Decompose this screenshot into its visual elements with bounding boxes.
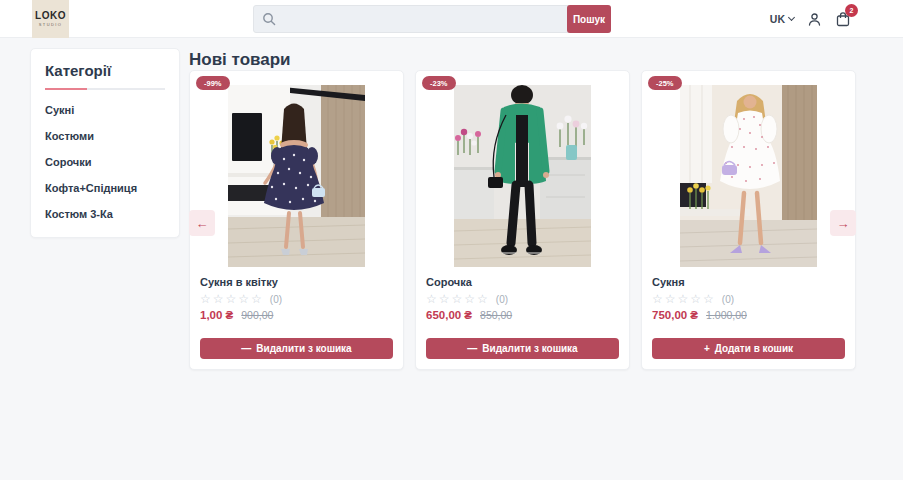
add-icon: + — [704, 343, 710, 354]
old-price: 900,00 — [241, 309, 273, 321]
language-label: UK — [770, 13, 785, 25]
discount-badge: -99% — [196, 76, 230, 90]
current-price: 1,00 ₴ — [200, 309, 233, 321]
add-to-cart-button[interactable]: + Додати в кошик — [652, 338, 845, 359]
price-row: 1,00 ₴ 900,00 — [200, 309, 393, 321]
product-name[interactable]: Сукня в квітку — [200, 276, 393, 288]
current-price: 750,00 ₴ — [652, 309, 698, 321]
rating-row: ☆☆☆☆☆ (0) — [652, 293, 845, 305]
discount-badge: -23% — [422, 76, 456, 90]
sidebar-title: Категорії — [45, 62, 165, 79]
logo-text: LOKO — [35, 11, 66, 21]
price-row: 750,00 ₴ 1.000,00 — [652, 309, 845, 321]
rating-row: ☆☆☆☆☆ (0) — [426, 293, 619, 305]
arrow-right-icon: → — [837, 216, 850, 231]
header: LOKO STUDIO Пошук UK — [0, 0, 903, 38]
user-icon — [807, 12, 822, 27]
chevron-down-icon — [788, 14, 795, 21]
button-label: Видалити з кошика — [256, 343, 351, 354]
sidebar-item-dresses[interactable]: Сукні — [45, 104, 165, 116]
carousel-next-button[interactable]: → — [830, 210, 856, 236]
categories-sidebar: Категорії Сукні Костюми Сорочки Кофта+Сп… — [30, 48, 180, 238]
page-title: Нові товари — [189, 50, 291, 70]
button-label: Видалити з кошика — [482, 343, 577, 354]
carousel-prev-button[interactable]: ← — [189, 210, 215, 236]
product-card: -99% — [189, 70, 404, 370]
header-nav: UK 2 — [770, 0, 851, 38]
sidebar-divider — [45, 88, 165, 90]
remove-icon: — — [467, 343, 477, 354]
product-photo-green-shirt[interactable] — [454, 85, 591, 267]
remove-icon: — — [241, 343, 251, 354]
product-card: -25% — [641, 70, 856, 370]
sidebar-item-suits[interactable]: Костюми — [45, 130, 165, 142]
product-photo-polka-dot-dress[interactable] — [228, 85, 365, 267]
product-name[interactable]: Сорочка — [426, 276, 619, 288]
rating-count: (0) — [270, 294, 282, 305]
price-row: 650,00 ₴ 850,00 — [426, 309, 619, 321]
product-photo-white-floral-dress[interactable] — [680, 85, 817, 267]
logo[interactable]: LOKO STUDIO — [32, 0, 69, 38]
page: LOKO STUDIO Пошук UK — [0, 0, 903, 480]
rating-count: (0) — [722, 294, 734, 305]
rating-row: ☆☆☆☆☆ (0) — [200, 293, 393, 305]
logo-subtext: STUDIO — [39, 23, 63, 27]
button-label: Додати в кошик — [715, 343, 793, 354]
star-rating-icons: ☆☆☆☆☆ — [426, 293, 490, 305]
sidebar-item-top-skirt[interactable]: Кофта+Спідниця — [45, 182, 165, 194]
search-bar: Пошук — [253, 5, 611, 33]
cart-count-badge: 2 — [845, 4, 858, 17]
account-button[interactable] — [807, 12, 822, 27]
cart: 2 — [835, 11, 851, 27]
search-button[interactable]: Пошук — [567, 5, 611, 33]
product-name[interactable]: Сукня — [652, 276, 845, 288]
old-price: 850,00 — [480, 309, 512, 321]
product-card: -23% — [415, 70, 630, 370]
star-rating-icons: ☆☆☆☆☆ — [200, 293, 264, 305]
product-carousel: -99% — [189, 70, 856, 370]
rating-count: (0) — [496, 294, 508, 305]
arrow-left-icon: ← — [196, 216, 209, 231]
sidebar-item-suit-3[interactable]: Костюм 3-Ка — [45, 208, 165, 220]
discount-badge: -25% — [648, 76, 682, 90]
remove-from-cart-button[interactable]: — Видалити з кошика — [426, 338, 619, 359]
search-input[interactable] — [253, 5, 611, 33]
current-price: 650,00 ₴ — [426, 309, 472, 321]
star-rating-icons: ☆☆☆☆☆ — [652, 293, 716, 305]
sidebar-item-shirts[interactable]: Сорочки — [45, 156, 165, 168]
remove-from-cart-button[interactable]: — Видалити з кошика — [200, 338, 393, 359]
old-price: 1.000,00 — [706, 309, 747, 321]
language-selector[interactable]: UK — [770, 13, 794, 25]
